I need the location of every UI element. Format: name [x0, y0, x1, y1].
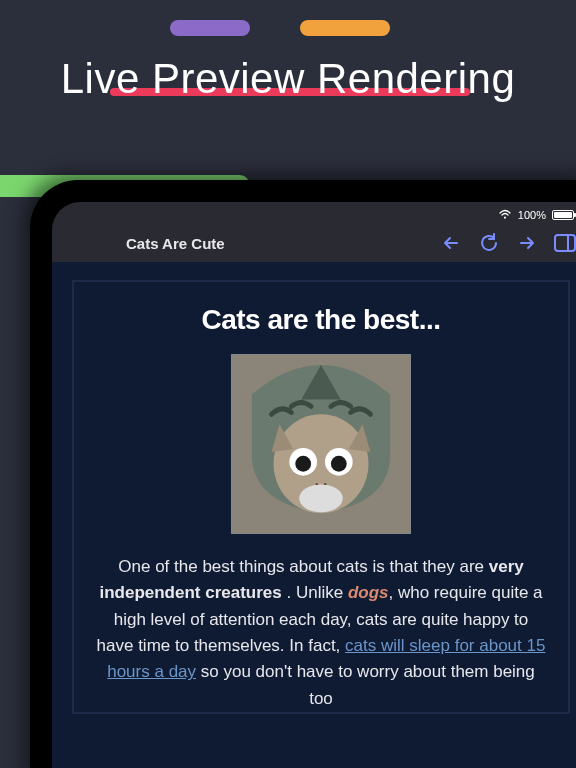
- reload-button[interactable]: [478, 232, 500, 254]
- forward-button[interactable]: [516, 232, 538, 254]
- promo-title: Live Preview Rendering: [0, 55, 576, 103]
- hero-image: [231, 354, 411, 534]
- italic-run: dogs: [348, 583, 389, 602]
- device-screen: 100% Cats Are Cute Cats are the best...: [52, 202, 576, 768]
- device-frame: 100% Cats Are Cute Cats are the best...: [30, 180, 576, 768]
- text-run: so you don't have to worry about them be…: [196, 662, 535, 707]
- back-button[interactable]: [440, 232, 462, 254]
- status-bar: 100%: [52, 202, 576, 224]
- text-run: One of the best things about cats is tha…: [118, 557, 488, 576]
- svg-point-0: [504, 217, 506, 219]
- toolbar: Cats Are Cute: [52, 224, 576, 262]
- battery-icon: [552, 210, 574, 220]
- svg-point-9: [299, 485, 343, 513]
- svg-point-8: [331, 456, 347, 472]
- body-paragraph: One of the best things about cats is tha…: [92, 554, 550, 712]
- preview-pane[interactable]: Cats are the best...: [52, 262, 576, 768]
- text-run: . Unlike: [282, 583, 348, 602]
- battery-percent-label: 100%: [518, 209, 546, 221]
- wifi-icon: [498, 209, 512, 221]
- sidebar-toggle-button[interactable]: [554, 232, 576, 254]
- decor-pill-orange: [300, 20, 390, 36]
- decor-pill-purple: [170, 20, 250, 36]
- svg-point-7: [295, 456, 311, 472]
- page-heading: Cats are the best...: [92, 304, 550, 336]
- document-title: Cats Are Cute: [66, 235, 424, 252]
- svg-rect-1: [555, 235, 575, 251]
- content-card: Cats are the best...: [72, 280, 570, 714]
